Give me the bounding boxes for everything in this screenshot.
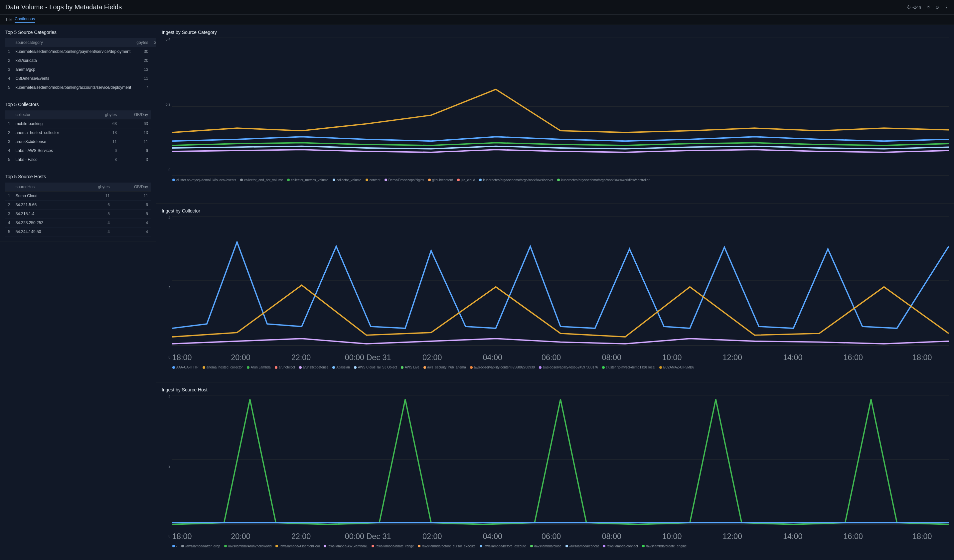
chart-area-h: 18:00 20:00 22:00 00:00 Dec 31 02:00 04:… — [172, 395, 949, 548]
svg-text:10:00: 10:00 — [662, 532, 681, 541]
source-hosts-title: Top 5 Source Hosts — [5, 174, 151, 179]
legend-dot — [371, 545, 374, 548]
col-sourcecategory: sourcecategory — [13, 38, 134, 47]
legend-label: /aws/lambda/after_drop — [185, 544, 220, 548]
legend-dot — [203, 366, 205, 369]
legend-dot — [276, 545, 278, 548]
main-content: Top 5 Source Categories sourcecategory g… — [0, 25, 954, 560]
gbday-value: 6 — [119, 146, 151, 155]
legend-dot — [240, 179, 243, 181]
time-range-control[interactable]: ⏱ -24h — [907, 5, 921, 9]
legend-item: aruns3cbdefense — [299, 366, 329, 369]
source-category-name: CBDefense/Events — [13, 74, 134, 83]
gbday-value: 6 — [112, 201, 151, 210]
source-category-name: k8s/suricata — [13, 56, 134, 65]
gbytes-value: 13 — [134, 65, 151, 74]
col-gbytes-h: gbytes — [78, 182, 112, 191]
legend-label: aws-observability-test-524597330176 — [543, 366, 598, 369]
menu-button[interactable]: ⋮ — [945, 5, 949, 9]
legend-dot — [172, 545, 175, 548]
table-row: 2 anema_hosted_collector 13 13 — [5, 128, 151, 137]
legend-item: anema_hosted_collector — [203, 366, 243, 369]
source-categories-title: Top 5 Source Categories — [5, 30, 151, 35]
svg-text:18:00: 18:00 — [172, 353, 192, 362]
legend-label: aws_security_hub_anema — [427, 366, 466, 369]
table-row: 2 34.221.5.66 6 6 — [5, 201, 151, 210]
y-axis-h: 4 2 0 — [162, 395, 171, 538]
legend-item: /aws/lambda/bdate_range — [371, 544, 414, 548]
source-host-name: Sumo Cloud — [13, 191, 78, 201]
legend-item: content — [366, 178, 380, 182]
legend-c: AAA-UA-HTTP anema_hosted_collector Arun … — [172, 366, 949, 369]
legend-h: - /aws/lambda/after_drop /aws/lambda/Aru… — [172, 544, 949, 548]
col-sourcehost: sourceHost — [13, 182, 78, 191]
gbytes-value: 4 — [78, 227, 112, 236]
legend-label: /aws/lambda/bdate_range — [376, 544, 414, 548]
legend-dot — [332, 366, 335, 369]
tier-label: Tier — [5, 17, 12, 22]
source-host-name: 34.221.5.66 — [13, 201, 78, 210]
legend-label: /aws/lambda/create_engine — [646, 544, 687, 548]
gbday-value: 3 — [119, 155, 151, 164]
menu-icon: ⋮ — [945, 5, 949, 9]
legend-item: aws-observability-content-956882708938 — [470, 366, 535, 369]
legend-dot — [333, 179, 335, 181]
table-row: 3 anema/gcp 13 13 — [5, 65, 156, 74]
table-row: 2 k8s/suricata 20 20 — [5, 56, 156, 65]
table-row: 4 CBDefense/Events 11 11 — [5, 74, 156, 83]
source-hosts-table: sourceHost gbytes GB/Day 1 Sumo Cloud 11… — [5, 182, 151, 236]
legend-item: /aws/lambda/concat — [566, 544, 599, 548]
svg-text:20:00: 20:00 — [231, 353, 250, 362]
col-collector: collector — [13, 110, 92, 120]
chart-area-sc: 18:00 20:00 22:00 00:00 Dec 31 02:00 04:… — [172, 37, 949, 182]
refresh-button[interactable]: ↺ — [926, 5, 930, 9]
legend-dot — [470, 366, 473, 369]
svg-text:02:00: 02:00 — [422, 532, 442, 541]
legend-item: AWS CloudTrail S3 Object — [354, 366, 397, 369]
svg-text:06:00: 06:00 — [541, 353, 561, 362]
legend-dot — [287, 179, 290, 181]
gbday-value: 30 — [151, 47, 156, 56]
legend-label: Demo/Devsecops/Nginx — [388, 178, 424, 182]
svg-text:18:00: 18:00 — [912, 532, 932, 541]
legend-label: kubernetes/argo/sedemo/argo/workflows/se… — [483, 178, 553, 182]
gbytes-value: 4 — [78, 218, 112, 227]
collectors-section: Top 5 Collectors collector gbytes GB/Day… — [0, 97, 156, 169]
col-rank — [5, 38, 13, 47]
legend-sc: cluster.np-mysql-demo1.k8s.local/events … — [172, 178, 949, 182]
svg-text:00:00 Dec 31: 00:00 Dec 31 — [345, 532, 391, 541]
legend-item: collector_volume — [333, 178, 362, 182]
gbytes-value: 20 — [134, 56, 151, 65]
ingest-source-category-title: Ingest by Source Category — [162, 30, 949, 35]
ingest-collector-section: Ingest by Collector 4 2 0 — [156, 204, 954, 382]
legend-dot — [539, 366, 541, 369]
source-host-name: 54.244.149.50 — [13, 227, 78, 236]
legend-item: Atlassian — [332, 366, 350, 369]
svg-text:16:00: 16:00 — [843, 353, 863, 362]
legend-item: arunotelcol — [275, 366, 295, 369]
legend-label: arunotelcol — [279, 366, 295, 369]
legend-label: cluster.np-mysql-demo1.k8s.local — [606, 366, 655, 369]
legend-item: jira_cloud — [457, 178, 475, 182]
filter-button[interactable]: ⊘ — [935, 5, 939, 9]
rank: 3 — [5, 137, 13, 146]
legend-dot — [479, 179, 482, 181]
tier-value[interactable]: Continuous — [15, 17, 35, 23]
gbday-value: 63 — [119, 120, 151, 128]
legend-dot — [275, 366, 277, 369]
svg-text:14:00: 14:00 — [783, 532, 802, 541]
legend-label: AWS CloudTrail S3 Object — [358, 366, 397, 369]
legend-dot — [354, 366, 357, 369]
legend-label: /aws/lambda/Arun2helloworld — [228, 544, 272, 548]
filter-icon: ⊘ — [935, 5, 939, 9]
legend-label: aws-observability-content-956882708938 — [474, 366, 535, 369]
chart-area-c: 18:00 20:00 22:00 00:00 Dec 31 02:00 04:… — [172, 216, 949, 369]
legend-item: kubernetes/argo/sedemo/argo/workflows/wo… — [557, 178, 650, 182]
svg-text:06:00: 06:00 — [541, 532, 561, 541]
svg-text:10:00: 10:00 — [662, 353, 681, 362]
legend-dot — [385, 179, 387, 181]
rank: 4 — [5, 218, 13, 227]
chart-svg-h: 18:00 20:00 22:00 00:00 Dec 31 02:00 04:… — [172, 395, 949, 542]
gbday-value: 13 — [119, 128, 151, 137]
col-gbytes-sc: gbytes — [134, 38, 151, 47]
